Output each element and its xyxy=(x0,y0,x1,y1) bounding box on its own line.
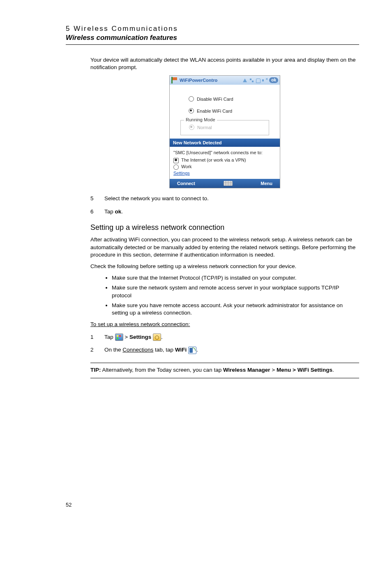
radio-label: Disable WiFi Card xyxy=(197,97,233,102)
start-flag-icon xyxy=(171,77,178,83)
tip-text: Alternatively, from the Today screen, yo… xyxy=(101,367,223,373)
tip-bold-1: Wireless Manager xyxy=(223,367,270,373)
bullet-item: Make sure the network system and remote … xyxy=(112,284,359,299)
connect-softkey[interactable]: Connect xyxy=(177,181,195,186)
screenshot-bottombar: Connect Menu xyxy=(170,179,280,188)
running-mode-fieldset: Running Mode Normal xyxy=(180,120,269,135)
network-icon xyxy=(249,78,254,83)
step-text-post: . xyxy=(121,208,123,215)
bullet-item: Make sure you have remote access account… xyxy=(112,302,359,317)
step-number: 6 xyxy=(90,207,104,216)
step-text: On the xyxy=(104,347,122,353)
tip-bottom-rule xyxy=(90,378,359,378)
step-text: . xyxy=(196,347,198,353)
bullet-item: Make sure that the Internet Protocol (TC… xyxy=(112,274,359,282)
step-text-pre: Tap xyxy=(104,208,115,215)
step-5: 5Select the network you want to connect … xyxy=(90,194,359,203)
tip-bold-2: Menu > WiFi Settings xyxy=(277,367,332,373)
tip-label: TIP: xyxy=(90,367,101,373)
step-link: Connections xyxy=(122,347,153,353)
speaker-mute-icon xyxy=(262,78,267,83)
proc-step-1: 1Tap > Settings . xyxy=(90,333,359,342)
chapter-heading: 5 Wireless Communications xyxy=(66,25,359,33)
page-number: 52 xyxy=(66,502,359,508)
tip-top-rule xyxy=(90,363,359,363)
step-number: 2 xyxy=(90,345,104,354)
section-heading: Wireless communication features xyxy=(66,34,359,42)
step-number: 5 xyxy=(90,194,104,203)
radio-enable-wifi[interactable]: Enable WiFi Card xyxy=(189,108,272,113)
step-text: > xyxy=(123,334,129,340)
keyboard-icon[interactable] xyxy=(224,181,233,186)
step-text-bold: Settings xyxy=(129,334,151,340)
screenshot-title: WiFiPowerContro xyxy=(180,78,217,83)
radio-icon xyxy=(189,125,194,130)
radio-icon xyxy=(189,96,194,102)
settings-icon xyxy=(153,333,161,341)
step-text: Tap xyxy=(104,334,115,340)
settings-link[interactable]: Settings xyxy=(173,171,190,176)
radio-label: Normal xyxy=(197,125,212,130)
lock-icon xyxy=(256,79,261,83)
heading-rule xyxy=(66,44,359,45)
step-text: tab, tap xyxy=(153,347,175,353)
intro-paragraph: Your device will automatically detect th… xyxy=(90,56,359,71)
start-icon xyxy=(115,333,123,341)
paragraph-2: Check the following before setting up a … xyxy=(90,263,359,270)
radio-label: Work xyxy=(181,164,191,170)
procedure-title: To set up a wireless network connection: xyxy=(90,321,359,328)
radio-icon xyxy=(173,164,179,170)
radio-label: The Internet (or work via a VPN) xyxy=(181,157,246,164)
radio-icon xyxy=(173,158,179,163)
radio-disable-wifi[interactable]: Disable WiFi Card xyxy=(189,96,272,102)
tip-text: . xyxy=(332,367,334,373)
step-text-bold: WiFi xyxy=(175,347,187,353)
radio-icon xyxy=(189,108,194,113)
step-number: 1 xyxy=(90,333,104,342)
radio-work[interactable]: Work xyxy=(173,164,276,170)
step-text: Select the network you want to connect t… xyxy=(104,195,209,201)
step-text-bold: ok xyxy=(115,208,122,215)
radio-normal: Normal xyxy=(189,125,265,130)
ok-button[interactable]: ok xyxy=(269,77,278,83)
radio-internet[interactable]: The Internet (or work via a VPN) xyxy=(173,157,276,164)
fieldset-legend: Running Mode xyxy=(184,117,217,122)
step-text: . xyxy=(161,334,163,340)
subsection-heading: Setting up a wireless network connection xyxy=(90,223,359,232)
tip-paragraph: TIP: Alternatively, from the Today scree… xyxy=(90,366,359,374)
wifi-icon xyxy=(188,347,196,354)
device-screenshot: WiFiPowerContro ok Disable WiFi Card xyxy=(169,75,280,188)
popup-message: "SMC [Unsecured]" network connects me to… xyxy=(173,150,276,156)
bullet-list: Make sure that the Internet Protocol (TC… xyxy=(90,274,359,317)
signal-icon xyxy=(242,78,247,83)
proc-step-2: 2On the Connections tab, tap WiFi . xyxy=(90,345,359,354)
tip-text: > xyxy=(270,367,277,373)
menu-softkey[interactable]: Menu xyxy=(261,181,272,186)
paragraph-1: After activating WiFi connection, you ca… xyxy=(90,236,359,259)
radio-label: Enable WiFi Card xyxy=(197,109,232,113)
step-6: 6Tap ok. xyxy=(90,207,359,216)
popup-body: "SMC [Unsecured]" network connects me to… xyxy=(170,147,280,179)
screenshot-titlebar: WiFiPowerContro ok xyxy=(170,76,280,85)
popup-titlebar: New Network Detected xyxy=(170,139,280,147)
